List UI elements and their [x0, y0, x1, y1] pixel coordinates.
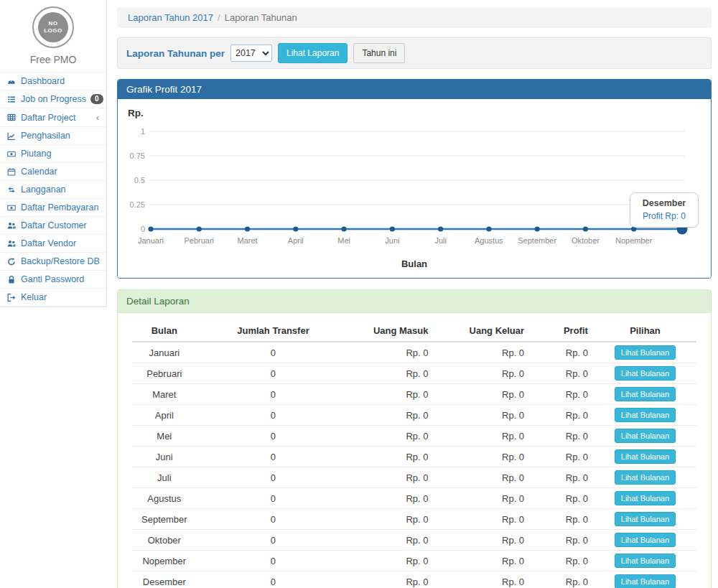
table-row: Mei0Rp. 0Rp. 0Rp. 0Lihat Bulanan [132, 426, 696, 447]
data-point-oktober[interactable] [583, 226, 588, 231]
detail-panel-body: BulanJumlah TransferUang MasukUang Kelua… [118, 313, 711, 588]
data-point-april[interactable] [293, 226, 298, 231]
table-cell: Rp. 0 [350, 530, 434, 551]
sidebar-item-calendar[interactable]: Calendar [0, 163, 106, 181]
table-cell: Maret [132, 384, 197, 405]
sidebar-item-daftar-customer[interactable]: Daftar Customer [0, 217, 106, 235]
sidebar-item-label: Dashboard [21, 76, 101, 86]
table-cell: Rp. 0 [434, 530, 530, 551]
view-monthly-button[interactable]: Lihat Bulanan [615, 470, 676, 485]
data-point-januari[interactable] [148, 226, 153, 231]
table-cell: 0 [197, 551, 350, 571]
list-icon [6, 95, 17, 104]
view-monthly-button[interactable]: Lihat Bulanan [615, 533, 676, 547]
tooltip-month: Desember [635, 198, 694, 208]
sidebar-item-label: Job on Progress [21, 94, 86, 104]
sidebar-item-penghasilan[interactable]: Penghasilan [0, 127, 106, 145]
table-cell: Rp. 0 [350, 342, 434, 363]
sidebar-item-keluar[interactable]: Keluar [0, 289, 106, 307]
view-monthly-button[interactable]: Lihat Bulanan [615, 512, 676, 526]
breadcrumb: Laporan Tahun 2017/Laporan Tahunan [117, 7, 712, 28]
table-row: Agustus0Rp. 0Rp. 0Rp. 0Lihat Bulanan [132, 488, 696, 509]
table-cell: 0 [197, 488, 350, 509]
current-year-button[interactable]: Tahun ini [353, 43, 405, 63]
view-monthly-button[interactable]: Lihat Bulanan [615, 345, 676, 360]
table-cell: Rp. 0 [530, 447, 594, 467]
view-monthly-button[interactable]: Lihat Bulanan [615, 429, 676, 443]
svg-text:1: 1 [141, 127, 145, 136]
table-row: Januari0Rp. 0Rp. 0Rp. 0Lihat Bulanan [132, 342, 696, 363]
svg-text:Nopember: Nopember [615, 236, 653, 245]
table-cell: Rp. 0 [350, 363, 434, 384]
sidebar: NO LOGO Free PMO Dashboard Job on Progre… [0, 0, 107, 307]
data-point-pebruari[interactable] [197, 226, 202, 231]
table-row: September0Rp. 0Rp. 0Rp. 0Lihat Bulanan [132, 509, 696, 530]
table-cell: Rp. 0 [350, 509, 434, 530]
column-header-pilihan: Pilihan [594, 320, 696, 342]
table-cell: Agustus [132, 488, 197, 509]
sidebar-item-daftar-project[interactable]: Daftar Project‹ [0, 108, 106, 127]
table-cell: 0 [197, 530, 350, 551]
data-point-agustus[interactable] [486, 226, 491, 231]
year-select[interactable]: 2017 [230, 45, 272, 62]
sidebar-item-daftar-vendor[interactable]: Daftar Vendor [0, 235, 106, 253]
sidebar-item-backup-restore-db[interactable]: Backup/Restore DB [0, 253, 106, 271]
monthly-report-table: BulanJumlah TransferUang MasukUang Kelua… [132, 320, 696, 588]
column-header-profit: Profit [530, 320, 594, 342]
svg-text:Januari: Januari [138, 236, 164, 245]
view-monthly-button[interactable]: Lihat Bulanan [615, 449, 676, 464]
table-cell: Oktober [132, 530, 197, 551]
sidebar-item-label: Daftar Pembayaran [21, 202, 101, 213]
sidebar-menu: Dashboard Job on Progress0 Daftar Projec… [0, 72, 106, 307]
table-cell: 0 [197, 467, 350, 488]
column-header-uang-keluar: Uang Keluar [434, 320, 530, 342]
sidebar-item-label: Daftar Project [21, 113, 92, 123]
data-point-maret[interactable] [245, 226, 250, 231]
view-monthly-button[interactable]: Lihat Bulanan [615, 366, 676, 381]
lock-icon [6, 275, 17, 284]
sidebar-item-label: Penghasilan [21, 131, 101, 141]
table-cell: Rp. 0 [350, 551, 434, 571]
view-monthly-button[interactable]: Lihat Bulanan [615, 574, 676, 588]
table-row: Juli0Rp. 0Rp. 0Rp. 0Lihat Bulanan [132, 467, 696, 488]
tooltip-value: Profit Rp: 0 [635, 211, 694, 221]
sidebar-item-label: Daftar Customer [21, 220, 101, 230]
y-axis-unit-label: Rp. [128, 108, 701, 118]
sidebar-item-dashboard[interactable]: Dashboard [0, 73, 106, 90]
view-monthly-button[interactable]: Lihat Bulanan [615, 491, 676, 505]
view-monthly-button[interactable]: Lihat Bulanan [615, 387, 676, 401]
svg-text:Mei: Mei [337, 236, 350, 245]
calendar-icon [6, 167, 17, 177]
table-cell: Juni [132, 447, 197, 467]
breadcrumb-link[interactable]: Laporan Tahun 2017 [128, 12, 213, 23]
table-cell: Rp. 0 [350, 447, 434, 467]
detail-report-panel: Detail Laporan BulanJumlah TransferUang … [117, 289, 712, 588]
sidebar-item-daftar-pembayaran[interactable]: Daftar Pembayaran [0, 199, 106, 217]
data-point-juni[interactable] [390, 226, 395, 231]
svg-text:0: 0 [141, 225, 145, 233]
table-cell: 0 [197, 447, 350, 467]
sidebar-item-langganan[interactable]: Langganan [0, 181, 106, 199]
sidebar-item-label: Calendar [21, 167, 101, 177]
sidebar-item-label: Daftar Vendor [21, 238, 101, 248]
table-row: Pebruari0Rp. 0Rp. 0Rp. 0Lihat Bulanan [132, 363, 696, 384]
breadcrumb-current: Laporan Tahunan [225, 12, 297, 23]
chart-area: Rp. 00.250.50.751JanuariPebruariMaretApr… [118, 99, 711, 278]
svg-text:Pebruari: Pebruari [184, 236, 214, 245]
table-cell: Rp. 0 [434, 551, 530, 571]
data-point-september[interactable] [535, 226, 540, 231]
view-monthly-button[interactable]: Lihat Bulanan [615, 554, 676, 568]
svg-text:September: September [518, 236, 556, 245]
logo-text-line1: NO [49, 20, 58, 27]
view-report-button[interactable]: Lihat Laporan [278, 43, 348, 63]
table-cell: Rp. 0 [530, 509, 594, 530]
view-monthly-button[interactable]: Lihat Bulanan [615, 408, 676, 422]
table-cell: Juli [132, 467, 197, 488]
table-cell: 0 [197, 363, 350, 384]
sidebar-item-job-on-progress[interactable]: Job on Progress0 [0, 90, 106, 108]
sidebar-item-piutang[interactable]: Piutang [0, 145, 106, 163]
table-cell: Rp. 0 [434, 571, 530, 588]
data-point-mei[interactable] [341, 226, 346, 231]
data-point-juli[interactable] [438, 226, 443, 231]
sidebar-item-ganti-password[interactable]: Ganti Password [0, 271, 106, 289]
